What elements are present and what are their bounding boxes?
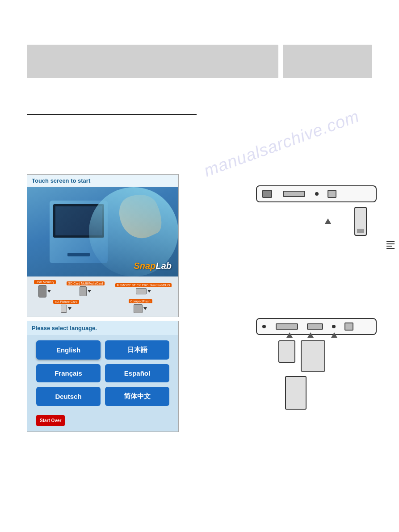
language-panel-footer: Start Over — [27, 411, 178, 431]
card-device-small — [278, 340, 295, 363]
slot-dot-1 — [262, 325, 266, 328]
slot-dot-2 — [332, 325, 336, 328]
sd-media-item: SD Card MultiMediaCard — [67, 281, 105, 296]
lang-btn-japanese[interactable]: 日本語 — [105, 340, 169, 360]
usb-diagram — [256, 185, 386, 202]
line-3 — [386, 246, 392, 247]
lang-btn-french[interactable]: Français — [36, 364, 101, 382]
card-slot-2 — [307, 323, 323, 330]
lines-decoration — [386, 241, 395, 249]
card-device-medium — [301, 340, 325, 372]
lang-btn-english[interactable]: English — [36, 340, 101, 360]
line-4 — [386, 248, 395, 249]
sd-badge: SD Card MultiMediaCard — [67, 281, 105, 285]
language-button-grid: English 日本語 Français Español Deutsch 简体中… — [27, 335, 178, 411]
slot-dot — [315, 192, 319, 196]
card-device-large — [285, 376, 307, 410]
line-1 — [386, 241, 395, 242]
watermark-text: manualsarchive.com — [201, 107, 361, 181]
snaplab-logo: SnapLab — [134, 261, 172, 271]
eject-slot — [328, 190, 336, 198]
media-icons-bar: USB Memory SD Card MultiMediaCard MEMORY… — [27, 276, 178, 317]
cf-media-item: CompactFlash — [129, 299, 152, 313]
lang-btn-chinese[interactable]: 简体中文 — [105, 387, 169, 406]
xd-badge: xD-Picture Card — [53, 300, 79, 304]
card-arrow-2 — [307, 332, 314, 338]
usb-connector-tip — [357, 229, 364, 233]
lang-btn-german[interactable]: Deutsch — [36, 387, 101, 406]
card-arrow-3 — [331, 332, 337, 338]
section-divider — [27, 114, 197, 119]
usb-stick-device — [354, 207, 367, 236]
touch-panel-image: SnapLab — [27, 187, 178, 276]
language-select-panel: Please select language. English 日本語 Fran… — [27, 321, 179, 432]
card-slot-1 — [276, 323, 298, 330]
cards-diagram — [256, 318, 386, 412]
start-over-button[interactable]: Start Over — [36, 415, 65, 426]
card-slot-long — [283, 191, 305, 197]
cards-slot-box — [256, 318, 377, 335]
xd-media-item: xD-Picture Card — [53, 300, 79, 313]
usb-media-item: USB Memory — [34, 280, 56, 297]
ms-badge: MEMORY STICK PRO Standard/DUO — [115, 283, 172, 287]
line-2 — [386, 243, 395, 244]
touch-panel-title: Touch screen to start — [27, 175, 178, 187]
usb-badge: USB Memory — [34, 280, 56, 284]
usb-slot-box — [256, 185, 377, 202]
eject-slot-2 — [344, 323, 353, 331]
lang-btn-spanish[interactable]: Español — [105, 364, 169, 382]
ms-media-item: MEMORY STICK PRO Standard/DUO — [115, 283, 172, 294]
usb-slot-container — [256, 185, 386, 202]
header-banner — [27, 45, 372, 78]
card-arrow-1 — [286, 332, 293, 338]
kiosk-base — [67, 253, 90, 256]
usb-port-slot — [262, 190, 272, 198]
cards-slot-container — [256, 318, 386, 412]
touch-screen-panel: Touch screen to start SnapLab USB Memory — [27, 174, 179, 317]
header-left-block — [27, 45, 278, 78]
language-panel-title: Please select language. — [27, 321, 178, 335]
cf-badge: CompactFlash — [129, 299, 152, 303]
header-right-block — [283, 45, 372, 78]
